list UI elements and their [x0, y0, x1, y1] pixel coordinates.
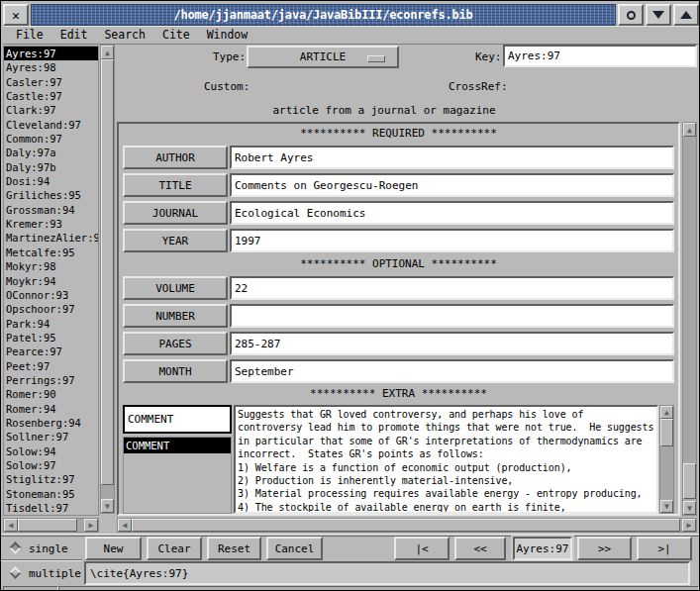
window-title[interactable]: /home/jjanmaat/java/JavaBibIII/econrefs.…	[31, 4, 616, 26]
list-item[interactable]: Daly:97a	[4, 146, 98, 159]
list-item[interactable]: Pearce:97	[4, 345, 98, 358]
volume-input[interactable]	[230, 276, 674, 300]
month-field-button[interactable]: MONTH	[123, 359, 228, 383]
month-input[interactable]	[230, 359, 674, 383]
journal-field-button[interactable]: JOURNAL	[123, 201, 228, 225]
menu-file[interactable]: File	[16, 28, 44, 42]
list-horizontal-scrollbar[interactable]: ◀ ▶	[3, 518, 99, 533]
title-field-button[interactable]: TITLE	[123, 173, 228, 197]
list-item[interactable]: Mokyr:98	[4, 259, 98, 273]
reset-button[interactable]: Reset	[207, 537, 261, 560]
menu-search[interactable]: Search	[104, 28, 146, 42]
list-item[interactable]: Common:97	[4, 132, 98, 146]
field-row: VOLUME	[119, 274, 678, 302]
scroll-left-icon[interactable]: ◀	[118, 519, 132, 532]
menu-window[interactable]: Window	[207, 28, 249, 42]
comment-line: Suggests that GR loved controversy, and …	[238, 408, 654, 421]
menu-edit[interactable]: Edit	[60, 28, 88, 42]
list-item[interactable]: OConnor:93	[4, 288, 98, 302]
menu-cite[interactable]: Cite	[162, 28, 190, 42]
cancel-button[interactable]: Cancel	[266, 537, 323, 560]
list-item[interactable]: Stoneman:95	[4, 487, 98, 501]
form-vertical-scrollbar[interactable]: ▲ ▼	[682, 122, 697, 516]
extra-fieldname-input[interactable]	[123, 405, 232, 434]
form-scrollbar-thumb[interactable]	[683, 463, 696, 499]
single-mode-radio[interactable]	[9, 542, 22, 554]
type-dropdown[interactable]: ARTICLE	[247, 46, 399, 68]
window-menu-button[interactable]	[618, 4, 644, 26]
form-hscrollbar-thumb[interactable]	[132, 519, 680, 532]
nav-prev-button[interactable]: <<	[454, 537, 506, 560]
list-item[interactable]: Kremer:93	[4, 217, 98, 231]
nav-next-button[interactable]: >>	[577, 537, 632, 560]
type-value: ARTICLE	[300, 50, 346, 63]
list-item[interactable]: Metcalfe:95	[4, 246, 98, 259]
list-item[interactable]: Perrings:97	[4, 373, 98, 387]
list-item[interactable]: Griliches:95	[4, 188, 98, 202]
scroll-down-icon[interactable]: ▼	[660, 500, 673, 513]
list-item[interactable]: MartinezAlier:9	[4, 231, 98, 245]
list-item[interactable]: Ayres:98	[4, 60, 98, 74]
list-item[interactable]: Ayres:97	[4, 47, 98, 60]
application-window: ✕ /home/jjanmaat/java/JavaBibIII/econref…	[0, 0, 700, 591]
new-button[interactable]: New	[85, 537, 142, 560]
nav-first-button[interactable]: |<	[394, 537, 450, 560]
comment-scrollbar-thumb[interactable]	[660, 419, 673, 446]
minimize-button[interactable]	[646, 4, 671, 26]
scroll-up-icon[interactable]: ▲	[683, 123, 696, 137]
list-item[interactable]: Daly:97b	[4, 160, 98, 174]
list-item[interactable]: Romer:94	[4, 402, 98, 416]
list-item[interactable]: Moykr:94	[4, 274, 98, 288]
comment-textarea[interactable]: Suggests that GR loved controversy, and …	[234, 405, 658, 514]
number-field-button[interactable]: NUMBER	[123, 304, 228, 328]
list-item[interactable]: Romer:90	[4, 387, 98, 401]
list-item[interactable]: Solow:97	[4, 458, 98, 472]
pages-input[interactable]	[230, 332, 674, 355]
list-item[interactable]: Stiglitz:97	[4, 472, 98, 486]
list-item[interactable]: Opschoor:97	[4, 302, 98, 316]
scroll-up-icon[interactable]: ▲	[101, 46, 114, 59]
clear-button[interactable]: Clear	[147, 537, 202, 560]
multiple-mode-radio[interactable]	[9, 566, 22, 579]
nav-last-button[interactable]: >|	[637, 537, 692, 560]
form-horizontal-scrollbar[interactable]: ◀ ▶	[117, 518, 697, 533]
list-vertical-scrollbar[interactable]: ▲ ▼	[100, 45, 115, 514]
list-item[interactable]: Tisdell:97	[4, 501, 98, 515]
circle-icon	[627, 11, 636, 20]
author-field-button[interactable]: AUTHOR	[123, 146, 228, 169]
scroll-down-icon[interactable]: ▼	[101, 499, 114, 513]
list-item[interactable]: Casler:97	[4, 75, 98, 89]
list-hscrollbar-thumb[interactable]	[18, 519, 77, 532]
list-item[interactable]: Grossman:94	[4, 203, 98, 217]
scroll-down-icon[interactable]: ▼	[683, 501, 696, 515]
key-input[interactable]	[503, 45, 697, 67]
list-scrollbar-thumb[interactable]	[101, 59, 114, 485]
close-button[interactable]: ✕	[3, 4, 29, 26]
extra-fieldname-item[interactable]: COMMENT	[124, 438, 231, 453]
pages-field-button[interactable]: PAGES	[123, 332, 228, 355]
journal-input[interactable]	[230, 201, 674, 225]
maximize-button[interactable]	[673, 4, 699, 26]
list-item[interactable]: Castle:97	[4, 89, 98, 103]
scroll-right-icon[interactable]: ▶	[682, 519, 696, 532]
cite-command-input[interactable]	[84, 561, 690, 585]
list-item[interactable]: Clark:97	[4, 103, 98, 117]
scroll-right-icon[interactable]: ▶	[84, 519, 98, 532]
scroll-up-icon[interactable]: ▲	[660, 406, 673, 419]
volume-field-button[interactable]: VOLUME	[123, 276, 228, 300]
list-item[interactable]: Rosenberg:94	[4, 416, 98, 430]
list-item[interactable]: Peet:97	[4, 359, 98, 373]
year-input[interactable]	[230, 229, 674, 252]
number-input[interactable]	[230, 304, 674, 328]
list-item[interactable]: Sollner:97	[4, 430, 98, 443]
list-item[interactable]: Solow:94	[4, 444, 98, 458]
list-item[interactable]: Cleveland:97	[4, 118, 98, 132]
list-item[interactable]: Patel:95	[4, 331, 98, 345]
year-field-button[interactable]: YEAR	[123, 229, 228, 252]
scroll-left-icon[interactable]: ◀	[4, 519, 18, 532]
list-item[interactable]: Dosi:94	[4, 174, 98, 188]
author-input[interactable]	[230, 146, 674, 169]
title-input[interactable]	[230, 173, 674, 197]
comment-vertical-scrollbar[interactable]: ▲ ▼	[659, 405, 674, 514]
list-item[interactable]: Park:94	[4, 317, 98, 331]
